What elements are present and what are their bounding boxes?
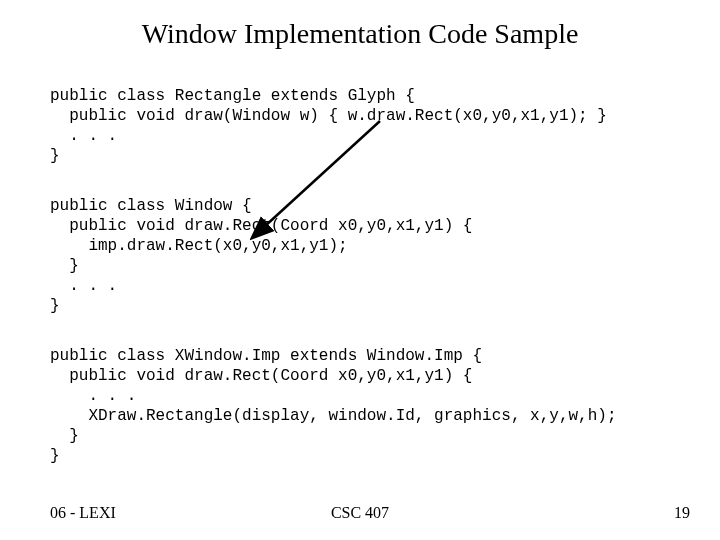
code-block-window: public class Window { public void draw.R…: [50, 196, 472, 316]
footer-center: CSC 407: [0, 504, 720, 522]
page-title: Window Implementation Code Sample: [0, 18, 720, 50]
code-block-xwindowimp: public class XWindow.Imp extends Window.…: [50, 346, 617, 466]
code-block-rectangle: public class Rectangle extends Glyph { p…: [50, 86, 607, 166]
slide: Window Implementation Code Sample public…: [0, 0, 720, 540]
footer-right: 19: [674, 504, 690, 522]
